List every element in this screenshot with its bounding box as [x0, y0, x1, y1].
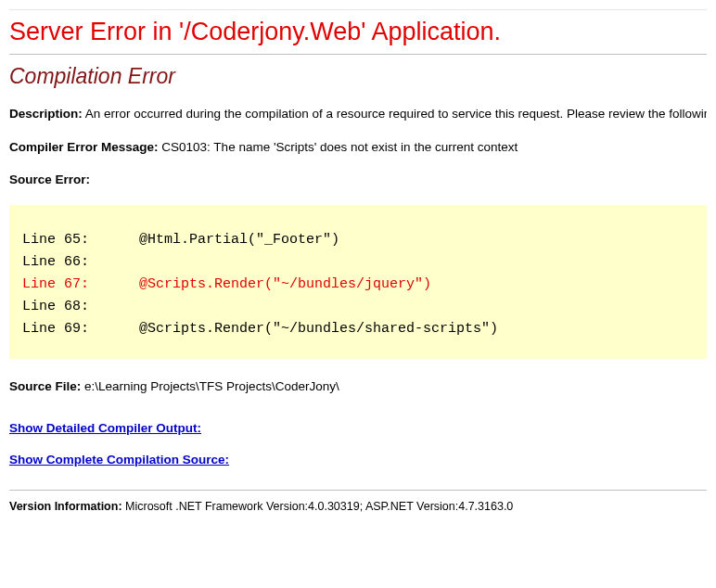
- source-error-row: Source Error:: [9, 172, 707, 188]
- source-file-label: Source File:: [9, 379, 81, 393]
- compiler-error-row: Compiler Error Message: CS0103: The name…: [9, 139, 707, 156]
- detailed-output-row: Show Detailed Compiler Output:: [9, 419, 707, 436]
- source-error-label: Source Error:: [9, 173, 90, 186]
- error-subtitle: Compilation Error: [9, 64, 707, 89]
- version-label: Version Information:: [9, 500, 122, 513]
- bottom-divider: [9, 490, 707, 491]
- description-text: An error occurred during the compilation…: [85, 107, 707, 121]
- source-file-row: Source File: e:\Learning Projects\TFS Pr…: [9, 379, 707, 393]
- version-row: Version Information: Microsoft .NET Fram…: [9, 500, 707, 513]
- description-row: Description: An error occurred during th…: [9, 106, 707, 122]
- compiler-error-text: CS0103: The name 'Scripts' does not exis…: [161, 140, 518, 154]
- version-text: Microsoft .NET Framework Version:4.0.303…: [125, 500, 513, 513]
- compiler-error-label: Compiler Error Message:: [9, 140, 159, 154]
- compilation-source-row: Show Complete Compilation Source:: [9, 451, 707, 467]
- description-label: Description:: [9, 107, 83, 121]
- top-divider: [9, 9, 707, 10]
- show-compilation-source-link[interactable]: Show Complete Compilation Source:: [9, 453, 229, 467]
- page-title: Server Error in '/Coderjony.Web' Applica…: [9, 18, 707, 46]
- source-file-path: e:\Learning Projects\TFS Projects\CoderJ…: [84, 379, 339, 393]
- title-divider: [9, 54, 707, 55]
- source-code-block: Line 65: @Html.Partial("_Footer") Line 6…: [9, 205, 707, 359]
- show-detailed-output-link[interactable]: Show Detailed Compiler Output:: [9, 421, 201, 435]
